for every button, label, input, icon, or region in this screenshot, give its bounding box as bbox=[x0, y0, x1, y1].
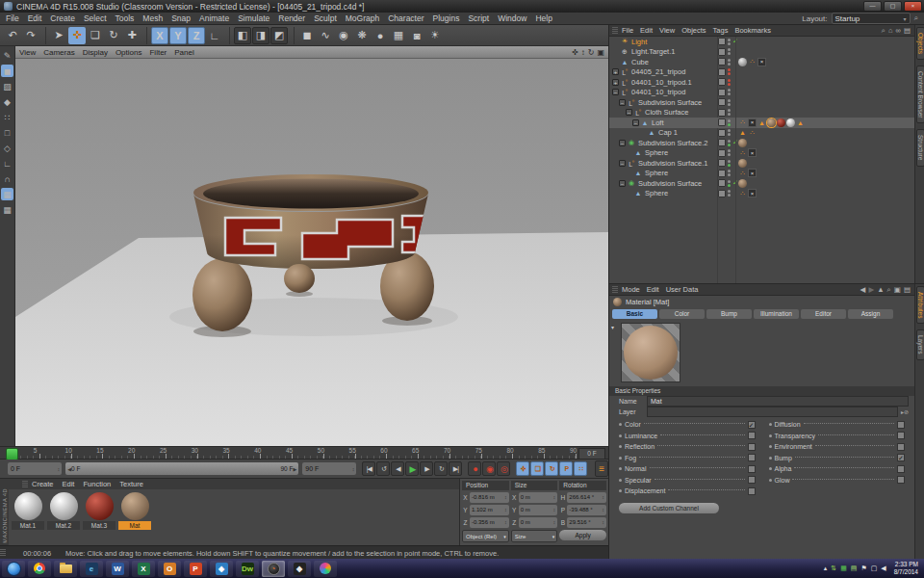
locked-workplane-icon[interactable]: ▦ bbox=[1, 188, 13, 200]
om-menu-file[interactable]: File bbox=[622, 26, 633, 35]
display-tag-icon[interactable]: × bbox=[748, 169, 757, 177]
render-settings-icon[interactable]: ◩ bbox=[270, 27, 288, 44]
axis-mode-icon[interactable]: ∟ bbox=[1, 157, 13, 170]
visibility-dot[interactable] bbox=[728, 89, 731, 92]
texture-tag-icon[interactable]: ∴ bbox=[738, 189, 747, 197]
material-tag-icon[interactable] bbox=[738, 179, 747, 188]
visibility-toggles[interactable] bbox=[718, 118, 731, 126]
scale-icon[interactable]: ❏ bbox=[87, 27, 104, 44]
visibility-dot[interactable] bbox=[728, 129, 731, 132]
tree-row-subdivision-surface-1[interactable]: −LºSubdivision Surface.1 bbox=[609, 158, 914, 169]
visibility-dot[interactable] bbox=[728, 109, 731, 112]
channel-environment-checkbox[interactable] bbox=[897, 443, 905, 451]
current-frame-box[interactable]: 0 F bbox=[578, 448, 605, 460]
texture-tag-icon[interactable]: ∴ bbox=[738, 148, 747, 157]
visibility-dot[interactable] bbox=[728, 113, 731, 116]
tree-row-sphere[interactable]: ▲Sphere∴× bbox=[609, 169, 914, 179]
visibility-toggles[interactable]: ✓ bbox=[718, 179, 738, 187]
coord-field-rotation-h[interactable]: 266.614 °↕ bbox=[567, 492, 606, 503]
edit-toggle-icon[interactable] bbox=[718, 159, 726, 167]
timeline-scrubber[interactable]: ◀ 0 F 90 F ▶ bbox=[65, 462, 298, 475]
visibility-dot[interactable] bbox=[728, 99, 731, 102]
play-button[interactable]: ▶ bbox=[405, 461, 419, 476]
chrome-icon[interactable] bbox=[28, 561, 51, 577]
stepper-icon[interactable]: ↕ bbox=[57, 466, 62, 472]
visibility-toggles[interactable] bbox=[718, 149, 731, 157]
coord-field-position-z[interactable]: -0.356 m↕ bbox=[470, 517, 509, 528]
mat-menu-texture[interactable]: Texture bbox=[119, 480, 143, 488]
search-icon[interactable]: ⌕ bbox=[882, 26, 886, 36]
name-field[interactable]: Mat bbox=[647, 396, 909, 407]
record-button[interactable]: ● bbox=[468, 461, 481, 476]
tree-row-light-target-1[interactable]: ⊕Light.Target.1 bbox=[609, 47, 914, 58]
workplane-icon[interactable]: ◆ bbox=[1, 95, 13, 108]
lock-icon[interactable]: ▣ bbox=[894, 285, 901, 295]
record-objects-button[interactable]: ≡ bbox=[595, 460, 608, 477]
key-rotation-button[interactable]: ↻ bbox=[545, 461, 558, 476]
material-swatch-mat-2[interactable]: Mat.2 bbox=[47, 492, 80, 530]
goto-start-button[interactable]: |◀ bbox=[362, 461, 375, 476]
om-menu-edit[interactable]: Edit bbox=[640, 26, 653, 35]
tab-editor[interactable]: Editor bbox=[801, 309, 846, 319]
menu-simulate[interactable]: Simulate bbox=[238, 13, 270, 23]
window-icon[interactable]: ▢ bbox=[871, 565, 878, 572]
add-custom-channel-button[interactable]: Add Custom Channel bbox=[619, 503, 719, 513]
unity-icon[interactable]: ◆ bbox=[288, 561, 311, 577]
visibility-toggles[interactable] bbox=[718, 68, 731, 76]
material-tag-icon[interactable] bbox=[738, 139, 747, 147]
expand-icon[interactable]: − bbox=[619, 180, 626, 187]
snap-icon[interactable]: ∩ bbox=[1, 172, 13, 185]
stepper-icon[interactable]: ↕ bbox=[602, 519, 606, 525]
up-icon[interactable]: ▲ bbox=[877, 285, 884, 295]
vp-menu-filter[interactable]: Filter bbox=[149, 48, 167, 57]
enabled-check-icon[interactable]: ✓ bbox=[732, 179, 738, 187]
visibility-dot[interactable] bbox=[728, 72, 731, 75]
render-view-icon[interactable]: ◧ bbox=[234, 27, 251, 44]
panel-icon[interactable]: ▤ bbox=[904, 26, 911, 36]
expand-icon[interactable]: − bbox=[619, 140, 626, 146]
material-tag-icon[interactable] bbox=[767, 118, 776, 127]
light-icon[interactable]: ☀ bbox=[426, 27, 444, 44]
menu-render[interactable]: Render bbox=[278, 13, 305, 23]
expand-icon[interactable]: − bbox=[612, 89, 619, 95]
key-scale-button[interactable]: ❏ bbox=[530, 461, 544, 476]
layer-none-icon[interactable]: ⊘ bbox=[904, 408, 909, 415]
flag-icon[interactable]: ⚑ bbox=[860, 565, 866, 572]
menu-create[interactable]: Create bbox=[50, 13, 75, 23]
home-icon[interactable]: ⌂ bbox=[888, 26, 893, 36]
tree-row-subdivision-surface[interactable]: −LºSubdivision Surface bbox=[609, 97, 914, 108]
visibility-dot[interactable] bbox=[728, 92, 731, 95]
undo-icon[interactable]: ↶ bbox=[4, 27, 21, 44]
convert-icon[interactable]: ✎ bbox=[1, 49, 13, 62]
channel-fog-checkbox[interactable] bbox=[748, 454, 756, 461]
camera-icon[interactable]: ◙ bbox=[408, 27, 425, 44]
powerpoint-icon[interactable]: P bbox=[184, 561, 207, 577]
visibility-dot[interactable] bbox=[728, 103, 731, 106]
phong-tag-icon[interactable]: ▲ bbox=[738, 128, 747, 137]
tree-row-cloth-surface[interactable]: −LºCloth Surface bbox=[609, 108, 914, 118]
previous-frame-button[interactable]: ◀ bbox=[391, 461, 404, 476]
word-icon[interactable]: W bbox=[106, 561, 129, 577]
outlook-icon[interactable]: O bbox=[158, 561, 181, 577]
coord-field-size-x[interactable]: 0 m↕ bbox=[519, 492, 558, 503]
visibility-dot[interactable] bbox=[728, 83, 731, 86]
tab-assign[interactable]: Assign bbox=[848, 309, 893, 319]
coord-select-object-rel[interactable]: Object (Rel)▾ bbox=[462, 530, 509, 542]
om-menu-view[interactable]: View bbox=[659, 26, 675, 35]
material-preview[interactable] bbox=[621, 323, 680, 382]
taskbar-clock[interactable]: 2:33 PM 8/7/2014 bbox=[886, 561, 924, 576]
channel-transparency-checkbox[interactable] bbox=[897, 432, 905, 439]
key-point-level-button[interactable]: ∷ bbox=[574, 461, 587, 476]
menu-sculpt[interactable]: Sculpt bbox=[314, 13, 337, 23]
display-tag-icon[interactable]: × bbox=[757, 58, 766, 66]
visibility-toggles[interactable] bbox=[718, 159, 731, 167]
visibility-dot[interactable] bbox=[728, 52, 731, 55]
texture-tag-icon[interactable]: ∴ bbox=[738, 118, 747, 127]
coord-field-size-y[interactable]: 0 m↕ bbox=[519, 505, 558, 515]
polygons-mode-icon[interactable]: ◇ bbox=[1, 142, 13, 154]
tree-row-sphere[interactable]: ▲Sphere∴× bbox=[609, 148, 914, 159]
expand-icon[interactable]: − bbox=[619, 99, 626, 106]
coord-field-rotation-p[interactable]: -39.488 °↕ bbox=[567, 505, 606, 515]
render-picture-viewer-icon[interactable]: ◨ bbox=[252, 27, 270, 44]
display-tag-icon[interactable]: × bbox=[748, 148, 757, 157]
